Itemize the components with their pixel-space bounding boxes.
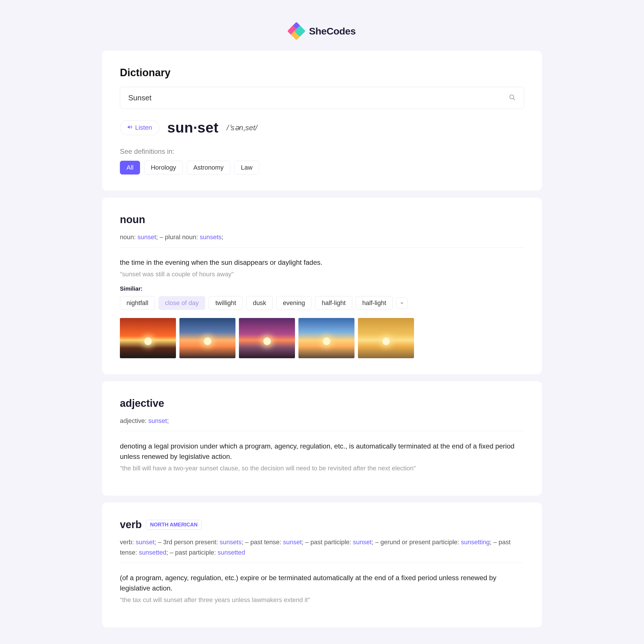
pos-title: noun bbox=[120, 214, 145, 226]
image-thumbnail[interactable] bbox=[239, 318, 295, 358]
definition-text: denoting a legal provision under which a… bbox=[120, 441, 524, 462]
pos-title: verb bbox=[120, 519, 142, 531]
search-card: Dictionary Listen sun·set /ˈsənˌset/ See… bbox=[102, 51, 542, 191]
entry-verb: verbNORTH AMERICANverb: sunset; – 3rd pe… bbox=[102, 503, 542, 627]
chevron-down-icon bbox=[400, 301, 404, 305]
expand-similar-button[interactable] bbox=[396, 297, 408, 309]
phonetic: /ˈsənˌset/ bbox=[227, 123, 257, 132]
logo-icon bbox=[288, 23, 304, 39]
similar-chip[interactable]: twillight bbox=[209, 296, 243, 310]
image-thumbnail[interactable] bbox=[358, 318, 414, 358]
see-definitions-label: See definitions in: bbox=[120, 147, 524, 156]
category-pill-astronomy[interactable]: Astronomy bbox=[187, 161, 230, 175]
divider bbox=[120, 563, 524, 563]
similar-chip[interactable]: half-light bbox=[315, 296, 352, 310]
entry-noun: nounnoun: sunset; – plural noun: sunsets… bbox=[102, 198, 542, 374]
image-row bbox=[120, 318, 524, 358]
category-pill-horology[interactable]: Horology bbox=[144, 161, 183, 175]
divider bbox=[120, 431, 524, 431]
category-pill-all[interactable]: All bbox=[120, 161, 140, 175]
svg-point-0 bbox=[510, 95, 514, 99]
definition-text: (of a program, agency, regulation, etc.)… bbox=[120, 573, 524, 593]
svg-line-1 bbox=[513, 98, 515, 100]
category-pill-law[interactable]: Law bbox=[234, 161, 259, 175]
image-thumbnail[interactable] bbox=[120, 318, 176, 358]
similar-chip[interactable]: dusk bbox=[246, 296, 273, 310]
entry-adjective: adjectiveadjective: sunset;denoting a le… bbox=[102, 381, 542, 496]
search-box[interactable] bbox=[120, 87, 524, 109]
page-title: Dictionary bbox=[120, 67, 524, 79]
similar-row: nightfallclose of daytwillightduskevenin… bbox=[120, 296, 524, 310]
image-thumbnail[interactable] bbox=[298, 318, 354, 358]
example-text: "sunset was still a couple of hours away… bbox=[120, 271, 524, 278]
brand-name: SheCodes bbox=[309, 26, 356, 37]
forms-line: verb: sunset; – 3rd person present: suns… bbox=[120, 537, 524, 557]
forms-line: adjective: sunset; bbox=[120, 416, 524, 426]
similar-chip[interactable]: close of day bbox=[158, 296, 205, 310]
search-icon[interactable] bbox=[509, 94, 516, 102]
similar-chip[interactable]: half-light bbox=[356, 296, 393, 310]
similar-chip[interactable]: evening bbox=[276, 296, 312, 310]
similar-chip[interactable]: nightfall bbox=[120, 296, 155, 310]
search-input[interactable] bbox=[128, 93, 509, 102]
example-text: "the tax cut will sunset after three yea… bbox=[120, 596, 524, 604]
divider bbox=[120, 247, 524, 248]
headword: sun·set bbox=[167, 119, 219, 136]
listen-label: Listen bbox=[135, 124, 152, 131]
listen-button[interactable]: Listen bbox=[120, 120, 159, 135]
pos-title: adjective bbox=[120, 397, 164, 409]
category-filter-row: AllHorologyAstronomyLaw bbox=[120, 161, 524, 175]
speaker-icon bbox=[127, 124, 132, 131]
similar-label: Similiar: bbox=[120, 285, 524, 292]
logo: SheCodes bbox=[102, 23, 542, 39]
definition-text: the time in the evening when the sun dis… bbox=[120, 257, 524, 268]
forms-line: noun: sunset; – plural noun: sunsets; bbox=[120, 232, 524, 242]
image-thumbnail[interactable] bbox=[179, 318, 235, 358]
region-tag: NORTH AMERICAN bbox=[146, 520, 202, 530]
example-text: "the bill will have a two-year sunset cl… bbox=[120, 465, 524, 472]
